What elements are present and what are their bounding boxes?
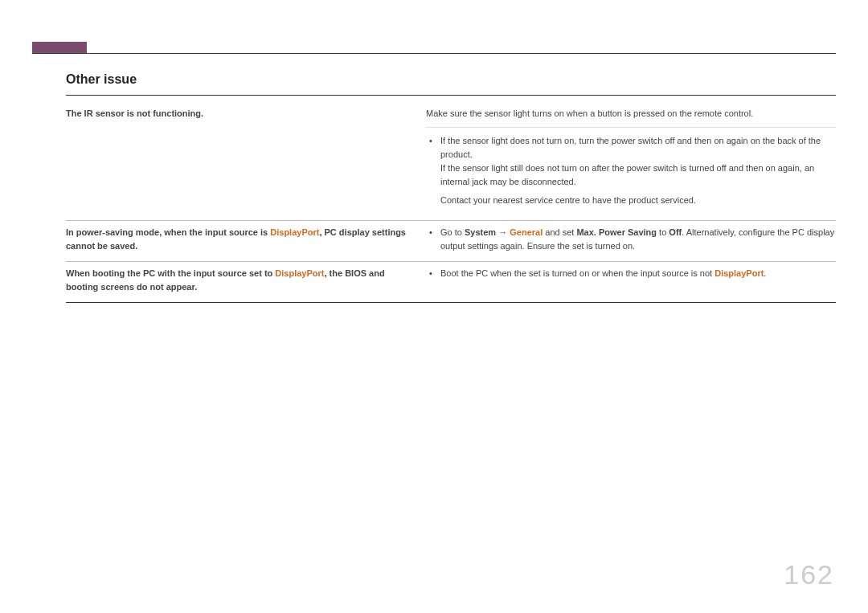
top-divider [32, 53, 836, 54]
section-rule [66, 95, 836, 96]
sol-text: to [657, 227, 669, 237]
sol-off: Off [669, 227, 682, 237]
solution-bullets: If the sensor light does not turn on, tu… [426, 134, 836, 161]
solution-note: If the sensor light still does not turn … [426, 161, 836, 189]
content-area: Other issue The IR sensor is not functio… [66, 72, 836, 303]
issue-row-power-saving: In power-saving mode, when the input sou… [66, 221, 836, 262]
issue-solution: Make sure the sensor light turns on when… [426, 107, 836, 212]
issue-text: When booting the PC with the input sourc… [66, 268, 275, 278]
issue-label: The IR sensor is not functioning. [66, 107, 426, 212]
issue-highlight: DisplayPort [275, 268, 324, 278]
issue-row-bios-boot: When booting the PC with the input sourc… [66, 262, 836, 303]
sol-text: and set [542, 227, 576, 237]
sol-text: Go to [440, 227, 465, 237]
sub-divider [426, 127, 836, 128]
sol-text: . [764, 268, 766, 278]
section-title: Other issue [66, 72, 836, 87]
sol-highlight: DisplayPort [714, 268, 764, 278]
issue-highlight: DisplayPort [270, 227, 319, 237]
solution-note: Contact your nearest service centre to h… [426, 194, 836, 207]
issue-solution: Boot the PC when the set is turned on or… [426, 267, 836, 294]
solution-bullets: Go to System → General and set Max. Powe… [426, 226, 836, 253]
issue-label: In power-saving mode, when the input sou… [66, 226, 426, 253]
solution-intro: Make sure the sensor light turns on when… [426, 107, 836, 121]
issue-row-ir-sensor: The IR sensor is not functioning. Make s… [66, 102, 836, 221]
sol-general: General [510, 227, 542, 237]
bullet-item: Boot the PC when the set is turned on or… [426, 267, 836, 280]
sol-system: System [465, 227, 496, 237]
issue-label: When booting the PC with the input sourc… [66, 267, 426, 294]
bullet-item: If the sensor light does not turn on, tu… [426, 134, 836, 161]
bullet-item: Go to System → General and set Max. Powe… [426, 226, 836, 253]
solution-bullets: Boot the PC when the set is turned on or… [426, 267, 836, 280]
issue-solution: Go to System → General and set Max. Powe… [426, 226, 836, 253]
sol-text: Boot the PC when the set is turned on or… [440, 268, 714, 278]
issue-text: In power-saving mode, when the input sou… [66, 227, 270, 237]
accent-bar [32, 42, 87, 53]
sol-max-power-saving: Max. Power Saving [576, 227, 657, 237]
sol-arrow: → [496, 227, 510, 237]
page-number: 162 [784, 559, 834, 591]
